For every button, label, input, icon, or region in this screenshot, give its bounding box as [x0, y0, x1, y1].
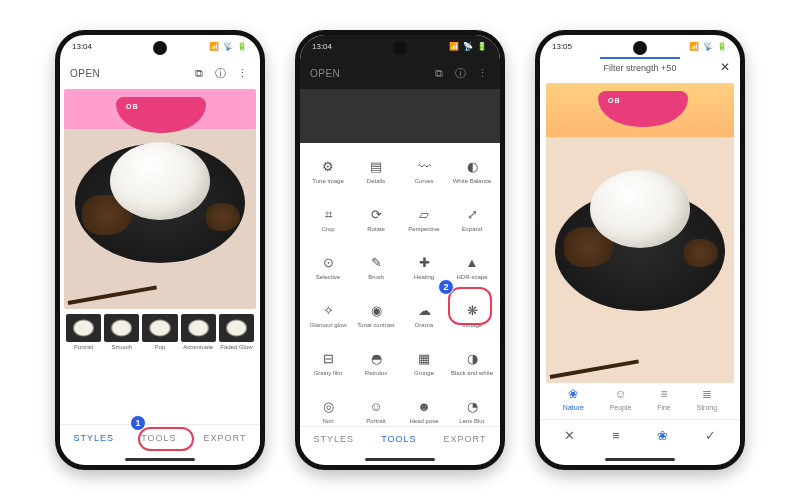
tune-button[interactable]: ≡ [612, 428, 620, 443]
style-thumb[interactable]: Portrait [66, 314, 101, 350]
open-button[interactable]: OPEN [70, 68, 100, 79]
preset-fine[interactable]: ≡Fine [657, 387, 671, 411]
phone-1: 13:04 📶 📡 🔋 OPEN ⧉ ⓘ ⋮ OB Portrait Smoot… [55, 30, 265, 470]
gesture-bar [125, 458, 195, 461]
clock: 13:04 [312, 42, 332, 51]
styles-filmstrip: Portrait Smooth Pop Accentuate Faded Glo… [60, 309, 260, 352]
layers-icon[interactable]: ⧉ [432, 66, 446, 80]
app-top-bar: OPEN ⧉ ⓘ ⋮ [300, 57, 500, 89]
tool-grunge[interactable]: ▦Grunge [400, 339, 448, 387]
info-icon[interactable]: ⓘ [214, 66, 228, 80]
preset-people[interactable]: ☺People [610, 387, 632, 411]
tool-head-pose[interactable]: ☻Head pose [400, 387, 448, 426]
layers-icon[interactable]: ⧉ [192, 66, 206, 80]
tool-portrait[interactable]: ☺Portrait [352, 387, 400, 426]
photo-rice [590, 170, 690, 248]
phone-3: 13:05 📶 📡 🔋 Filter strength +50 ✕ OB ❀Na… [535, 30, 745, 470]
preset-nature[interactable]: ❀Nature [563, 387, 584, 411]
style-thumb[interactable]: Accentuate [181, 314, 216, 350]
style-thumb[interactable]: Smooth [104, 314, 139, 350]
tab-export[interactable]: EXPORT [204, 433, 247, 443]
photo-chopstick [68, 285, 157, 305]
tool-rotate[interactable]: ⟳Rotate [352, 195, 400, 243]
tool-glamour-glow[interactable]: ✧Glamour glow [304, 291, 352, 339]
camera-notch [633, 41, 647, 55]
gesture-bar [365, 458, 435, 461]
status-icons: 📶 📡 🔋 [209, 42, 248, 51]
effect-button[interactable]: ❀ [657, 428, 668, 443]
info-icon[interactable]: ⓘ [454, 66, 468, 80]
status-icons: 📶 📡 🔋 [449, 42, 488, 51]
more-icon[interactable]: ⋮ [476, 66, 490, 80]
camera-notch [153, 41, 167, 55]
photo-rice [110, 142, 210, 220]
style-thumb[interactable]: Faded Glow [219, 314, 254, 350]
photo-meat-right [684, 239, 718, 267]
callout-badge-1: 1 [130, 415, 146, 431]
gesture-bar [605, 458, 675, 461]
main-photo[interactable]: OB [546, 83, 734, 383]
phone-2: 13:04 📶 📡 🔋 OPEN ⧉ ⓘ ⋮ ⚙Tune image ▤Deta… [295, 30, 505, 470]
confirm-button[interactable]: ✓ [705, 428, 716, 443]
camera-notch [393, 41, 407, 55]
bottom-tabs: STYLES TOOLS EXPORT [300, 426, 500, 451]
cancel-icon[interactable]: ✕ [720, 60, 730, 74]
tool-retrolux[interactable]: ◓Retrolux [352, 339, 400, 387]
tab-tools[interactable]: TOOLS [381, 434, 416, 444]
app-top-bar: OPEN ⧉ ⓘ ⋮ [60, 57, 260, 89]
tab-export[interactable]: EXPORT [444, 434, 487, 444]
tool-lens-blur[interactable]: ◔Lens Blur [448, 387, 496, 426]
callout-badge-2: 2 [438, 279, 454, 295]
tool-crop[interactable]: ⌗Crop [304, 195, 352, 243]
photo-chopstick [550, 359, 639, 379]
progress-indicator [600, 57, 680, 59]
tool-hdr-scape[interactable]: ▲HDR-scape [448, 243, 496, 291]
close-button[interactable]: ✕ [564, 428, 575, 443]
tool-black-and-white[interactable]: ◑Black and white [448, 339, 496, 387]
preset-strong[interactable]: ≣Strong [697, 387, 718, 411]
tool-brush[interactable]: ✎Brush [352, 243, 400, 291]
main-photo[interactable]: OB [64, 89, 256, 309]
tool-white-balance[interactable]: ◐White Balance [448, 147, 496, 195]
tool-noir[interactable]: ◎Noir [304, 387, 352, 426]
photo-cup: OB [116, 97, 206, 133]
open-button[interactable]: OPEN [310, 68, 340, 79]
tab-styles[interactable]: STYLES [314, 434, 355, 444]
tool-grainy-film[interactable]: ⊟Grainy film [304, 339, 352, 387]
status-icons: 📶 📡 🔋 [689, 42, 728, 51]
filter-strength-label: Filter strength +50 [540, 57, 740, 79]
tool-details[interactable]: ▤Details [352, 147, 400, 195]
tool-drama[interactable]: ☁Drama [400, 291, 448, 339]
tool-expand[interactable]: ⤢Expand [448, 195, 496, 243]
dimmed-photo [300, 89, 500, 143]
action-bar: ✕ ≡ ❀ ✓ [540, 419, 740, 451]
bottom-tabs: STYLES TOOLS EXPORT [60, 424, 260, 451]
hdr-presets: ❀Nature ☺People ≡Fine ≣Strong [540, 381, 740, 417]
photo-cup: OB [598, 91, 688, 127]
tool-selective[interactable]: ⊙Selective [304, 243, 352, 291]
style-thumb[interactable]: Pop [142, 314, 177, 350]
clock: 13:05 [552, 42, 572, 51]
tools-grid: ⚙Tune image ▤Details 〰Curves ◐White Bala… [300, 143, 500, 426]
tool-perspective[interactable]: ▱Perspective [400, 195, 448, 243]
tool-tonal-contrast[interactable]: ◉Tonal contrast [352, 291, 400, 339]
tab-tools[interactable]: TOOLS [141, 433, 176, 443]
tool-tune-image[interactable]: ⚙Tune image [304, 147, 352, 195]
tool-vintage[interactable]: ❋Vintage [448, 291, 496, 339]
clock: 13:04 [72, 42, 92, 51]
tab-styles[interactable]: STYLES [74, 433, 115, 443]
more-icon[interactable]: ⋮ [236, 66, 250, 80]
tool-curves[interactable]: 〰Curves [400, 147, 448, 195]
tools-sheet: ⚙Tune image ▤Details 〰Curves ◐White Bala… [300, 143, 500, 451]
